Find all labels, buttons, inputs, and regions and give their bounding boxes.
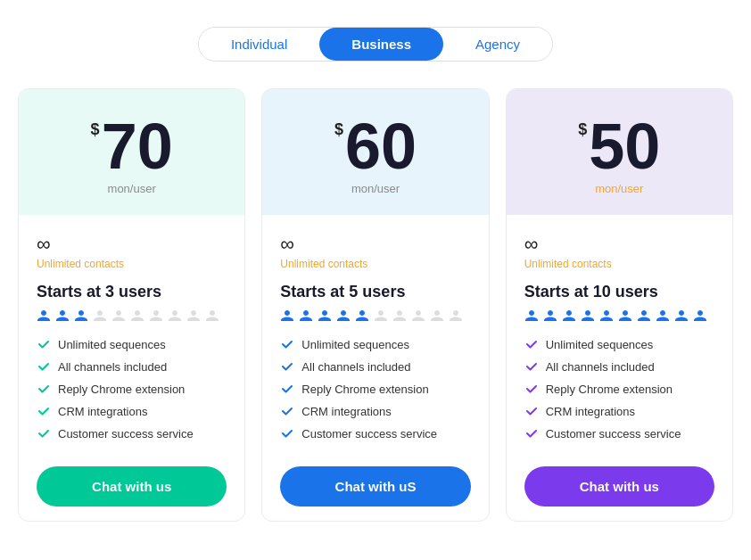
features-list-70: Unlimited sequences All channels include… (37, 337, 227, 449)
feature-text: Reply Chrome extension (546, 383, 673, 396)
user-dot (149, 309, 163, 323)
user-dot (74, 309, 88, 323)
feature-text: Unlimited sequences (546, 338, 654, 351)
feature-text: All channels included (301, 360, 410, 374)
user-dot (130, 309, 144, 323)
cta-button-60[interactable]: Chat with uS (280, 466, 470, 506)
user-dot (637, 309, 651, 323)
user-dot (299, 309, 313, 323)
user-dot (168, 309, 182, 323)
user-dot (355, 309, 369, 323)
currency-symbol-50: $ (578, 121, 587, 137)
feature-item: CRM integrations (37, 404, 227, 418)
user-dot (55, 309, 70, 323)
price-period-60: mon/user (351, 182, 400, 195)
unlimited-label-60: Unlimited contacts (280, 258, 470, 270)
feature-item: Customer success service (280, 426, 470, 441)
feature-text: All channels included (58, 360, 167, 374)
feature-item: Unlimited sequences (280, 337, 470, 351)
user-dot (318, 309, 332, 323)
starts-at-60: Starts at 5 users (280, 283, 470, 301)
feature-text: Reply Chrome extension (58, 383, 185, 396)
plan-header-50: $ 50 mon/user (507, 89, 732, 215)
unlimited-label-50: Unlimited contacts (524, 258, 714, 270)
plans-grid: $ 70 mon/user ∞ Unlimited contacts Start… (18, 88, 733, 522)
user-dot (599, 309, 614, 323)
currency-symbol-60: $ (334, 121, 343, 137)
user-dot (111, 309, 126, 323)
plan-body-50: ∞ Unlimited contacts Starts at 10 users … (507, 215, 732, 521)
feature-item: All channels included (37, 359, 227, 374)
feature-text: CRM integrations (58, 405, 147, 418)
feature-text: Reply Chrome extension (301, 383, 428, 396)
feature-item: All channels included (524, 359, 714, 374)
feature-item: Reply Chrome extension (524, 382, 714, 396)
unlimited-label-70: Unlimited contacts (37, 258, 227, 270)
user-dot (374, 309, 388, 323)
user-dot (562, 309, 576, 323)
user-dot (205, 309, 219, 323)
feature-text: CRM integrations (301, 405, 391, 418)
plan-header-60: $ 60 mon/user (262, 89, 488, 215)
feature-text: Customer success service (301, 427, 437, 441)
feature-item: CRM integrations (280, 404, 470, 418)
plan-card-60: $ 60 mon/user ∞ Unlimited contacts Start… (261, 88, 489, 522)
user-dot (674, 309, 689, 323)
user-dot (37, 309, 51, 323)
plan-tabs: Individual Business Agency (198, 27, 553, 62)
plan-body-70: ∞ Unlimited contacts Starts at 3 users U… (19, 215, 244, 521)
price-period-70: mon/user (108, 182, 156, 195)
price-period-50: mon/user (595, 182, 643, 195)
user-dots-60 (280, 309, 470, 323)
feature-text: All channels included (546, 360, 655, 374)
cta-button-50[interactable]: Chat with us (524, 466, 714, 506)
feature-text: Customer success service (58, 427, 194, 441)
tab-agency[interactable]: Agency (443, 28, 552, 61)
user-dot (618, 309, 632, 323)
user-dot (656, 309, 670, 323)
user-dot (336, 309, 351, 323)
currency-symbol-70: $ (91, 121, 100, 137)
features-list-60: Unlimited sequences All channels include… (280, 337, 470, 449)
tab-individual[interactable]: Individual (199, 28, 319, 61)
tab-business[interactable]: Business (319, 28, 443, 61)
feature-text: CRM integrations (546, 405, 635, 418)
user-dot (449, 309, 463, 323)
user-dot (93, 309, 107, 323)
infinity-icon-70: ∞ (37, 233, 227, 256)
price-amount-50: 50 (589, 114, 660, 178)
user-dot (392, 309, 407, 323)
user-dot (581, 309, 595, 323)
user-dot (186, 309, 201, 323)
feature-item: Customer success service (37, 426, 227, 441)
plan-body-60: ∞ Unlimited contacts Starts at 5 users U… (262, 215, 488, 521)
starts-at-50: Starts at 10 users (524, 283, 714, 301)
features-list-50: Unlimited sequences All channels include… (524, 337, 714, 449)
user-dot (411, 309, 425, 323)
feature-item: Reply Chrome extension (280, 382, 470, 396)
price-amount-70: 70 (102, 114, 173, 178)
feature-item: Customer success service (524, 426, 714, 441)
plan-card-50: $ 50 mon/user ∞ Unlimited contacts Start… (506, 88, 733, 522)
user-dot (693, 309, 707, 323)
feature-item: Reply Chrome extension (37, 382, 227, 396)
feature-text: Unlimited sequences (301, 338, 409, 351)
feature-text: Unlimited sequences (58, 338, 166, 351)
user-dots-50 (524, 309, 714, 323)
user-dot (430, 309, 444, 323)
user-dots-70 (37, 309, 227, 323)
infinity-icon-60: ∞ (280, 233, 470, 256)
price-amount-60: 60 (345, 114, 417, 178)
user-dot (543, 309, 557, 323)
plan-card-70: $ 70 mon/user ∞ Unlimited contacts Start… (18, 88, 245, 522)
feature-item: Unlimited sequences (524, 337, 714, 351)
feature-item: CRM integrations (524, 404, 714, 418)
starts-at-70: Starts at 3 users (37, 283, 227, 301)
user-dot (524, 309, 539, 323)
feature-item: Unlimited sequences (37, 337, 227, 351)
infinity-icon-50: ∞ (524, 233, 714, 256)
cta-button-70[interactable]: Chat with us (37, 466, 227, 506)
plan-header-70: $ 70 mon/user (19, 89, 244, 215)
feature-text: Customer success service (546, 427, 681, 441)
feature-item: All channels included (280, 359, 470, 374)
